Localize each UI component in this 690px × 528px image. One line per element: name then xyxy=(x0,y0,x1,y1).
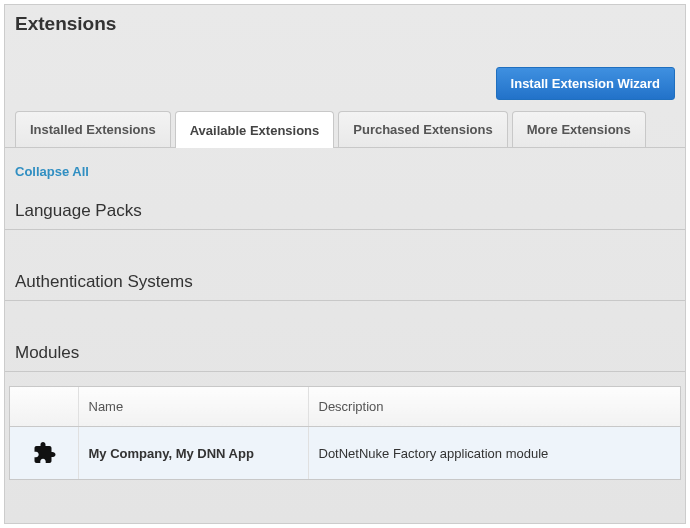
tab-purchased-extensions[interactable]: Purchased Extensions xyxy=(338,111,507,147)
section-authentication-systems[interactable]: Authentication Systems xyxy=(5,264,685,301)
tab-available-extensions[interactable]: Available Extensions xyxy=(175,111,335,148)
col-icon xyxy=(10,387,78,427)
cell-description: DotNetNuke Factory application module xyxy=(308,427,680,480)
section-spacer xyxy=(15,230,675,258)
tabs: Installed Extensions Available Extension… xyxy=(5,110,685,148)
install-extension-wizard-button[interactable]: Install Extension Wizard xyxy=(496,67,675,100)
tab-content: Collapse All Language Packs Authenticati… xyxy=(5,148,685,480)
page-title: Extensions xyxy=(5,5,685,39)
table-row[interactable]: My Company, My DNN App DotNetNuke Factor… xyxy=(10,427,680,480)
section-spacer xyxy=(15,301,675,329)
section-language-packs[interactable]: Language Packs xyxy=(5,193,685,230)
col-description: Description xyxy=(308,387,680,427)
button-bar: Install Extension Wizard xyxy=(5,39,685,110)
col-name: Name xyxy=(78,387,308,427)
modules-table: Name Description My Company, My DNN App … xyxy=(10,387,680,479)
table-header-row: Name Description xyxy=(10,387,680,427)
modules-table-wrap: Name Description My Company, My DNN App … xyxy=(9,386,681,480)
extensions-panel: Extensions Install Extension Wizard Inst… xyxy=(4,4,686,524)
tab-more-extensions[interactable]: More Extensions xyxy=(512,111,646,147)
cell-name: My Company, My DNN App xyxy=(78,427,308,480)
section-modules[interactable]: Modules xyxy=(5,335,685,372)
cell-icon xyxy=(10,427,78,480)
puzzle-icon xyxy=(32,441,56,465)
collapse-all-link[interactable]: Collapse All xyxy=(15,164,89,179)
tab-installed-extensions[interactable]: Installed Extensions xyxy=(15,111,171,147)
